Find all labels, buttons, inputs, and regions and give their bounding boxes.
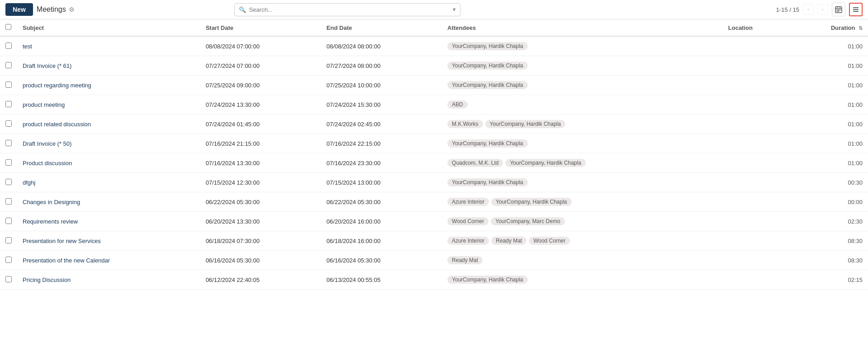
table-row: Product discussion07/16/2024 13:30:0007/… (0, 153, 868, 173)
settings-gear-icon[interactable]: ⚙ (69, 6, 75, 13)
attendee-badge[interactable]: Wood Corner (447, 217, 489, 225)
calendar-view-button[interactable] (832, 3, 845, 16)
row-subject[interactable]: product meeting (17, 95, 200, 114)
row-checkbox[interactable] (5, 237, 12, 243)
row-subject[interactable]: Presentation of the new Calendar (17, 251, 200, 270)
row-attendees: Wood CornerYourCompany, Marc Demo (442, 212, 723, 231)
row-checkbox[interactable] (5, 179, 12, 185)
attendee-badge[interactable]: YourCompany, Hardik Chapla (447, 139, 527, 148)
row-checkbox-cell (0, 134, 17, 153)
row-attendees: Azure InteriorReady MatWood Corner (442, 231, 723, 251)
select-all-header (0, 19, 17, 36)
calendar-icon (835, 6, 842, 13)
attendee-badge[interactable]: Quadcom, M.K. Ltd (447, 159, 503, 167)
header: New Meetings ⚙ 🔍 ▼ 1-15 / 15 ‹ › (0, 0, 868, 19)
row-location (723, 192, 789, 212)
row-attendees: YourCompany, Hardik Chapla (442, 36, 723, 56)
row-duration: 02:30 (789, 212, 868, 231)
row-location (723, 36, 789, 56)
row-subject[interactable]: dfghj (17, 173, 200, 192)
search-input[interactable] (234, 3, 460, 16)
attendee-badge[interactable]: YourCompany, Marc Demo (491, 217, 564, 225)
row-duration: 01:00 (789, 56, 868, 76)
select-all-checkbox[interactable] (5, 24, 11, 30)
row-duration: 01:00 (789, 114, 868, 134)
attendee-badge[interactable]: ABD (447, 100, 468, 109)
row-checkbox[interactable] (5, 43, 12, 49)
row-checkbox-cell (0, 173, 17, 192)
attendee-badge[interactable]: YourCompany, Hardik Chapla (505, 159, 585, 167)
row-checkbox[interactable] (5, 198, 12, 205)
attendee-badge[interactable]: M.K.Works (447, 120, 483, 128)
row-checkbox[interactable] (5, 159, 12, 166)
svg-rect-6 (840, 10, 841, 10)
search-dropdown-arrow-icon[interactable]: ▼ (452, 7, 457, 12)
row-checkbox[interactable] (5, 140, 12, 146)
row-subject[interactable]: Requirements review (17, 212, 200, 231)
row-checkbox-cell (0, 36, 17, 56)
attendee-badge[interactable]: YourCompany, Hardik Chapla (447, 276, 527, 284)
attendee-badge[interactable]: YourCompany, Hardik Chapla (485, 120, 565, 128)
row-subject[interactable]: Product discussion (17, 153, 200, 173)
row-subject[interactable]: Draft Invoice (* 61) (17, 56, 200, 76)
row-location (723, 251, 789, 270)
row-checkbox[interactable] (5, 81, 12, 88)
next-page-button[interactable]: › (817, 4, 828, 15)
row-attendees: YourCompany, Hardik Chapla (442, 134, 723, 153)
row-location (723, 212, 789, 231)
table-row: product related discussion07/24/2024 01:… (0, 114, 868, 134)
row-checkbox[interactable] (5, 62, 12, 68)
attendee-badge[interactable]: Azure Interior (447, 237, 489, 245)
col-header-location: Location (723, 19, 789, 36)
row-subject[interactable]: Presentation for new Services (17, 231, 200, 251)
row-attendees: M.K.WorksYourCompany, Hardik Chapla (442, 114, 723, 134)
row-checkbox-cell (0, 212, 17, 231)
row-checkbox[interactable] (5, 276, 12, 282)
page-title-text: Meetings (37, 5, 66, 14)
row-checkbox[interactable] (5, 101, 12, 107)
row-checkbox[interactable] (5, 218, 12, 224)
row-duration: 01:00 (789, 134, 868, 153)
attendee-badge[interactable]: YourCompany, Hardik Chapla (447, 81, 527, 89)
attendee-badge[interactable]: Ready Mat (447, 256, 483, 264)
row-subject[interactable]: Draft Invoice (* 50) (17, 134, 200, 153)
table-body: test08/08/2024 07:00:0008/08/2024 08:00:… (0, 36, 868, 290)
attendee-badge[interactable]: YourCompany, Hardik Chapla (447, 62, 527, 70)
attendee-badge[interactable]: Wood Corner (529, 237, 570, 245)
row-attendees: Quadcom, M.K. LtdYourCompany, Hardik Cha… (442, 153, 723, 173)
row-start-date: 07/16/2024 21:15:00 (200, 134, 321, 153)
attendee-badge[interactable]: Ready Mat (491, 237, 526, 245)
row-subject[interactable]: product regarding meeting (17, 76, 200, 95)
new-button[interactable]: New (5, 3, 33, 16)
svg-rect-7 (837, 11, 838, 12)
pagination-info: 1-15 / 15 (776, 6, 799, 13)
row-attendees: Azure InteriorYourCompany, Hardik Chapla (442, 192, 723, 212)
duration-sort-icon[interactable]: ⇅ (859, 25, 863, 31)
svg-rect-5 (838, 10, 840, 10)
row-attendees: YourCompany, Hardik Chapla (442, 56, 723, 76)
prev-page-button[interactable]: ‹ (803, 4, 814, 15)
table-row: Requirements review06/20/2024 13:30:0006… (0, 212, 868, 231)
list-view-button[interactable] (849, 3, 863, 16)
table-row: product regarding meeting07/25/2024 09:0… (0, 76, 868, 95)
row-end-date: 07/16/2024 22:15:00 (321, 134, 442, 153)
row-end-date: 07/27/2024 08:00:00 (321, 56, 442, 76)
attendee-badge[interactable]: YourCompany, Hardik Chapla (447, 178, 527, 186)
row-start-date: 08/08/2024 07:00:00 (200, 36, 321, 56)
page-title-area: Meetings ⚙ (37, 5, 75, 14)
row-location (723, 231, 789, 251)
row-checkbox[interactable] (5, 257, 12, 263)
attendee-badge[interactable]: YourCompany, Hardik Chapla (491, 198, 571, 206)
attendee-badge[interactable]: Azure Interior (447, 198, 489, 206)
header-right: 1-15 / 15 ‹ › (776, 3, 863, 16)
table-header-row: Subject Start Date End Date Attendees Lo… (0, 19, 868, 36)
row-start-date: 06/22/2024 05:30:00 (200, 192, 321, 212)
row-subject[interactable]: Pricing Discussion (17, 270, 200, 290)
row-checkbox[interactable] (5, 120, 12, 127)
row-subject[interactable]: test (17, 36, 200, 56)
row-end-date: 06/22/2024 05:30:00 (321, 192, 442, 212)
row-duration: 08:30 (789, 231, 868, 251)
attendee-badge[interactable]: YourCompany, Hardik Chapla (447, 42, 527, 50)
row-subject[interactable]: Changes in Designing (17, 192, 200, 212)
row-subject[interactable]: product related discussion (17, 114, 200, 134)
